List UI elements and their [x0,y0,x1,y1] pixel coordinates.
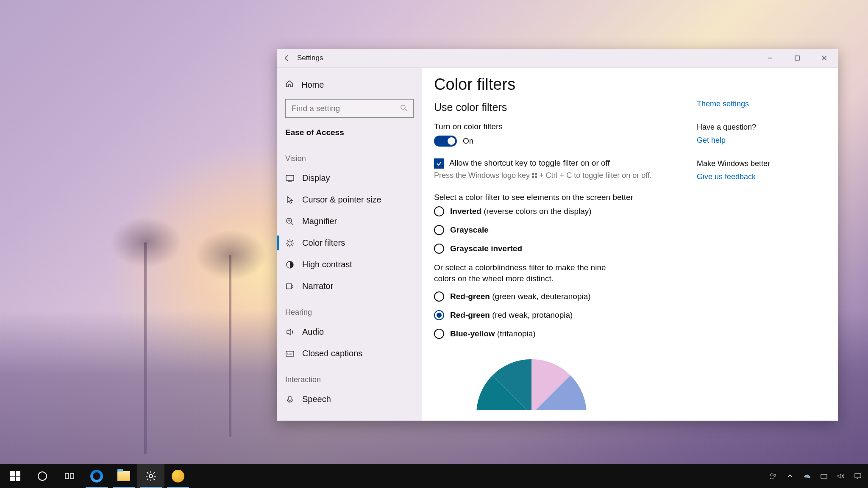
taskbar-edge[interactable] [83,464,110,488]
home-label: Home [301,80,324,90]
main-content: Color filters Use color filters Turn on … [422,68,838,421]
task-view-button[interactable] [56,464,83,488]
svg-line-3 [405,109,407,111]
svg-rect-4 [286,175,294,180]
mic-icon [285,395,295,404]
group-vision: Vision [277,143,422,167]
nav-cursor[interactable]: Cursor & pointer size [277,189,422,211]
settings-window: Settings Home Ease of Access Vision Disp… [277,49,838,421]
nav-label: Speech [302,394,331,404]
narrator-icon [285,282,295,291]
nav-label: Closed captions [302,349,362,358]
svg-line-42 [153,479,155,480]
svg-point-46 [774,474,776,477]
cursor-icon [285,195,295,205]
radio-text: Blue-yellow [450,329,495,338]
svg-rect-1 [795,56,799,60]
feedback-link[interactable]: Give us feedback [697,171,782,183]
nav-display[interactable]: Display [277,167,422,189]
radio-tritanopia[interactable]: Blue-yellow (tritanopia) [434,329,697,339]
taskbar-paint[interactable] [164,464,192,488]
radio-icon [434,225,444,235]
get-help-link[interactable]: Get help [697,135,782,146]
nav-color-filters[interactable]: Color filters [277,232,422,254]
svg-rect-32 [16,477,20,481]
start-button[interactable] [2,464,29,488]
shortcut-label: Allow the shortcut key to toggle filter … [449,158,610,168]
radio-icon [434,291,444,302]
svg-line-44 [147,479,148,480]
radio-text: Inverted [450,207,481,216]
radio-icon [434,206,444,216]
nav-label: Magnifier [302,216,337,226]
tray-input[interactable] [815,464,832,488]
magnifier-icon [285,217,295,226]
svg-rect-29 [10,471,15,476]
tray-chevron[interactable] [782,464,798,488]
tray-onedrive[interactable] [798,464,815,488]
back-button[interactable] [277,49,297,68]
maximize-button[interactable] [784,49,811,68]
page-title: Color filters [434,75,697,94]
svg-line-16 [292,245,293,246]
svg-rect-23 [289,396,291,400]
svg-line-41 [147,472,148,474]
svg-rect-25 [532,173,534,175]
svg-rect-31 [10,477,15,481]
svg-line-17 [292,240,293,241]
tray-people[interactable] [765,464,782,488]
search-input[interactable] [285,99,414,118]
section-header: Ease of Access [277,125,422,143]
nav-label: Cursor & pointer size [302,195,381,205]
shortcut-checkbox[interactable] [434,158,444,169]
tray-volume[interactable] [832,464,849,488]
nav-audio[interactable]: Audio [277,321,422,343]
svg-rect-26 [535,173,537,175]
home-nav[interactable]: Home [277,74,422,96]
svg-rect-28 [535,176,537,178]
paint-icon [172,470,184,482]
nav-magnifier[interactable]: Magnifier [277,211,422,232]
taskbar-explorer[interactable] [110,464,137,488]
radio-icon [434,329,444,339]
right-rail: Theme settings Have a question? Get help… [697,75,782,421]
cc-icon: CC [285,349,295,358]
radio-protanopia[interactable]: Red-green (red weak, protanopia) [434,310,697,320]
tray-action-center[interactable] [849,464,866,488]
nav-speech[interactable]: Speech [277,388,422,410]
svg-point-33 [38,472,47,480]
minimize-button[interactable] [757,49,784,68]
radio-deuteranopia[interactable]: Red-green (green weak, deuteranopia) [434,291,697,302]
theme-settings-link[interactable]: Theme settings [697,98,782,110]
radio-grayscale[interactable]: Grayscale [434,225,697,235]
close-button[interactable] [811,49,838,68]
svg-rect-20 [287,284,292,289]
nav-label: High contrast [302,260,352,269]
sidebar: Home Ease of Access Vision Display Curso… [277,68,422,421]
color-wheel-preview [468,351,595,410]
svg-rect-35 [70,474,74,479]
wallpaper-decor [229,255,231,437]
nav-narrator[interactable]: Narrator [277,275,422,297]
nav-label: Display [302,173,330,183]
taskbar-settings[interactable] [137,464,164,488]
color-filter-toggle[interactable] [434,136,457,147]
nav-high-contrast[interactable]: High contrast [277,254,422,275]
svg-point-36 [149,474,153,478]
radio-inverted[interactable]: Inverted (reverse colors on the display) [434,206,697,216]
nav-closed-captions[interactable]: CC Closed captions [277,343,422,364]
edge-icon [90,470,103,482]
svg-rect-27 [532,176,534,178]
subhead: Use color filters [434,101,697,114]
svg-rect-30 [16,471,20,476]
group-interaction: Interaction [277,364,422,388]
svg-line-15 [287,240,288,241]
wallpaper-decor [144,242,147,454]
svg-rect-34 [65,474,69,479]
cortana-button[interactable] [29,464,56,488]
home-icon [285,80,294,90]
radio-grayscale-inverted[interactable]: Grayscale inverted [434,244,697,254]
titlebar: Settings [277,49,838,68]
svg-line-7 [291,223,293,225]
svg-rect-47 [821,474,827,478]
